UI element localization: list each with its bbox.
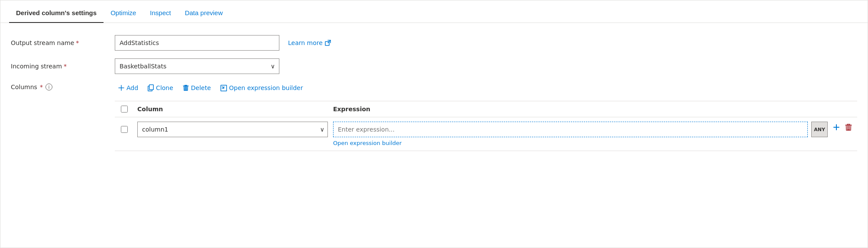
content-area: Output stream name * Learn more Incoming… bbox=[0, 23, 868, 163]
clone-icon bbox=[148, 84, 154, 91]
columns-toolbar: Add Clone bbox=[115, 82, 857, 94]
expression-header: Expression bbox=[333, 106, 857, 113]
tab-inspect[interactable]: Inspect bbox=[143, 3, 178, 23]
columns-section: Columns * i Add bbox=[11, 82, 857, 151]
column-select-wrapper: column1 ∨ bbox=[134, 122, 333, 137]
svg-rect-2 bbox=[149, 85, 154, 90]
tab-optimize[interactable]: Optimize bbox=[104, 3, 143, 23]
add-button[interactable]: Add bbox=[115, 82, 142, 94]
row-delete-icon bbox=[845, 123, 852, 131]
columns-label-area: Columns * i bbox=[11, 82, 115, 90]
columns-required: * bbox=[40, 84, 43, 90]
output-stream-input[interactable] bbox=[115, 35, 279, 51]
learn-more-link[interactable]: Learn more bbox=[288, 39, 331, 46]
row-actions bbox=[828, 122, 857, 133]
any-badge: ANY bbox=[811, 122, 828, 137]
expression-input-row: ANY bbox=[333, 122, 828, 137]
external-link-icon bbox=[325, 40, 331, 46]
clone-button[interactable]: Clone bbox=[144, 82, 177, 94]
expression-area: ANY Open expression builder bbox=[333, 122, 828, 146]
row-add-icon bbox=[833, 124, 840, 131]
info-icon: i bbox=[45, 84, 52, 90]
row-checkbox[interactable] bbox=[121, 126, 128, 133]
tab-data-preview[interactable]: Data preview bbox=[178, 3, 230, 23]
output-stream-required: * bbox=[76, 39, 79, 46]
incoming-stream-select[interactable]: BasketballStats bbox=[115, 58, 279, 74]
columns-table: Column Expression column1 bbox=[115, 101, 857, 151]
column-select[interactable]: column1 bbox=[137, 122, 328, 137]
add-icon bbox=[118, 85, 124, 91]
output-stream-row: Output stream name * Learn more bbox=[11, 35, 857, 51]
incoming-stream-row: Incoming stream * BasketballStats ∨ bbox=[11, 58, 857, 74]
delete-icon bbox=[183, 84, 189, 91]
output-stream-label: Output stream name * bbox=[11, 39, 115, 46]
row-delete-button[interactable] bbox=[843, 122, 854, 133]
delete-button[interactable]: Delete bbox=[179, 82, 214, 94]
tab-settings[interactable]: Derived column's settings bbox=[9, 3, 104, 23]
open-expression-icon bbox=[220, 85, 227, 91]
output-stream-control-area: Learn more bbox=[115, 35, 857, 51]
open-expression-builder-link[interactable]: Open expression builder bbox=[333, 140, 828, 146]
open-expression-builder-toolbar-button[interactable]: Open expression builder bbox=[217, 82, 307, 94]
incoming-stream-required: * bbox=[64, 63, 67, 70]
columns-body: Add Clone bbox=[115, 82, 857, 151]
expression-input[interactable] bbox=[333, 122, 808, 137]
columns-header: Columns * i Add bbox=[11, 82, 857, 151]
table-header: Column Expression bbox=[115, 101, 857, 117]
tab-bar: Derived column's settings Optimize Inspe… bbox=[0, 0, 868, 23]
incoming-stream-label: Incoming stream * bbox=[11, 63, 115, 70]
row-add-button[interactable] bbox=[831, 122, 842, 132]
select-all-checkbox[interactable] bbox=[121, 106, 128, 113]
derived-column-settings-panel: Derived column's settings Optimize Inspe… bbox=[0, 0, 868, 248]
table-row: column1 ∨ ANY Open expression builder bbox=[115, 117, 857, 151]
incoming-stream-control-area: BasketballStats ∨ bbox=[115, 58, 857, 74]
incoming-stream-select-wrapper: BasketballStats ∨ bbox=[115, 58, 279, 74]
column-header: Column bbox=[134, 106, 333, 113]
